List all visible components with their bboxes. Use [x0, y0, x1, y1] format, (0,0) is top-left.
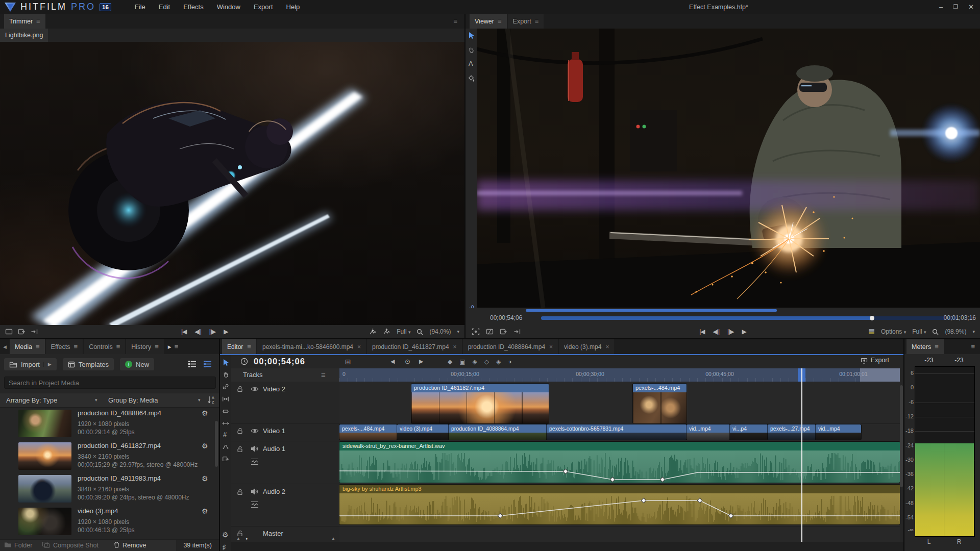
trimmer-viewport[interactable]: [0, 42, 464, 325]
options-dropdown[interactable]: Options ▾: [881, 328, 906, 335]
media-scrollbar[interactable]: [215, 421, 218, 467]
new-folder-button[interactable]: Folder: [14, 542, 32, 549]
tab-media[interactable]: Media≡: [10, 339, 45, 354]
fill-tool-icon[interactable]: [468, 74, 475, 82]
video-clip[interactable]: production ID_4088864.mp4: [449, 424, 547, 440]
rate-stretch-icon[interactable]: [222, 443, 229, 450]
tab-history[interactable]: History≡: [126, 339, 164, 354]
panel-menu-icon[interactable]: ≡: [498, 18, 502, 24]
list-view-icon[interactable]: [188, 360, 197, 368]
seek-bar[interactable]: [541, 316, 958, 320]
select-tool-icon[interactable]: [222, 359, 229, 366]
settings-gear-icon[interactable]: ⚙: [222, 531, 229, 538]
import-button[interactable]: Import ▶: [4, 358, 57, 370]
keyframe-tool-icon[interactable]: ◈: [473, 358, 477, 365]
insert-to-timeline-icon[interactable]: [31, 328, 38, 335]
close-tab-icon[interactable]: ×: [549, 343, 553, 350]
set-out-point-icon[interactable]: [383, 328, 390, 335]
zoom-dropdown-icon[interactable]: ▾: [972, 329, 975, 334]
visibility-eye-icon[interactable]: [251, 386, 259, 392]
tab-effects[interactable]: Effects≡: [46, 339, 83, 354]
video-clip[interactable]: pexels-...484.mp4: [339, 424, 397, 440]
video-clip[interactable]: pexels-cottonbro-5657831.mp4: [547, 424, 687, 440]
lock-icon[interactable]: [237, 386, 243, 392]
envelope-toggle-icon[interactable]: [251, 458, 259, 465]
video-clip[interactable]: vi...p4: [730, 424, 768, 440]
text-tool-icon[interactable]: A: [469, 60, 473, 67]
set-in-point-icon[interactable]: [369, 328, 377, 335]
envelope-keyframe[interactable]: [498, 513, 503, 518]
editor-tab[interactable]: production ID_4611827.mp4×: [367, 339, 462, 354]
media-list-item[interactable]: production ID_4911983.mp43840 × 2160 pix…: [0, 473, 219, 505]
video-clip[interactable]: vid...mp4: [687, 424, 730, 440]
media-list-item[interactable]: video (3).mp41920 × 1080 pixels00:00:46:…: [0, 506, 219, 537]
envelope-toggle-icon[interactable]: [251, 501, 259, 508]
panel-menu-icon[interactable]: ≡: [36, 343, 40, 350]
composite-shot-button[interactable]: Composite Shot: [53, 542, 99, 549]
export-button[interactable]: Export: [861, 357, 889, 364]
timeline[interactable]: 000;00;15;0000;00;30;0000;00;45;0000;01;…: [339, 368, 900, 542]
video-clip[interactable]: pexels-...484.mp4: [633, 384, 687, 423]
video-clip[interactable]: vid...mp4: [816, 424, 861, 440]
timeline-scrollbar[interactable]: [900, 385, 903, 487]
envelope-keyframe[interactable]: [660, 477, 665, 482]
import-more-icon[interactable]: ▶: [43, 362, 52, 367]
menu-export[interactable]: Export: [254, 3, 273, 11]
video1-track-row[interactable]: pexels-...484.mp4video (3).mp4production…: [339, 424, 900, 440]
audio2-clip[interactable]: big-sky by shuhandz Artlist.mp3: [339, 485, 900, 524]
tab-trimmer[interactable]: Trimmer ≡: [4, 14, 45, 29]
tab-controls[interactable]: Controls≡: [84, 339, 125, 354]
keyframe-tool-icon[interactable]: ◇: [484, 358, 489, 365]
close-tab-icon[interactable]: ×: [453, 343, 457, 350]
mask-view-icon[interactable]: [486, 328, 494, 335]
media-item-gear-icon[interactable]: ⚙: [202, 409, 208, 417]
search-input[interactable]: [4, 377, 216, 389]
templates-button[interactable]: Templates: [63, 358, 114, 370]
hand-tool-icon[interactable]: [468, 46, 475, 54]
new-button[interactable]: + New: [120, 358, 154, 370]
group-by-chevron-icon[interactable]: ▾: [198, 397, 201, 403]
panel-menu-icon[interactable]: ≡: [971, 343, 975, 350]
arrange-by-chevron-icon[interactable]: ▾: [95, 397, 97, 403]
record-keyframe-icon[interactable]: ⊙: [405, 358, 410, 365]
keyframe-tool-icon[interactable]: ◑: [508, 358, 511, 365]
slide-tool-icon[interactable]: [222, 420, 229, 427]
panel-menu-icon[interactable]: ≡: [453, 18, 457, 24]
tab-lightbike-clip[interactable]: Lightbike.png: [0, 29, 48, 42]
media-list-item[interactable]: production ID_4611827.mp43840 × 2160 pix…: [0, 440, 219, 472]
keyframe-tool-icon[interactable]: ▣: [459, 358, 465, 365]
lock-icon[interactable]: [237, 446, 243, 453]
zoom-dropdown-icon[interactable]: ▾: [457, 329, 459, 334]
tab-meters[interactable]: Meters ≡: [906, 339, 944, 354]
video-clip[interactable]: video (3).mp4: [397, 424, 449, 440]
fit-mode-dropdown[interactable]: Full ▾: [912, 328, 926, 335]
track-header-audio2[interactable]: Audio 2: [231, 484, 339, 527]
channel-view-icon[interactable]: [868, 328, 875, 335]
lock-icon[interactable]: [237, 489, 243, 495]
envelope-keyframe[interactable]: [641, 498, 646, 503]
track-options-icon[interactable]: ♯: [223, 544, 226, 550]
collapse-tracks-icon[interactable]: ▲: [236, 537, 240, 541]
speaker-icon[interactable]: [251, 488, 258, 495]
editor-tab[interactable]: Editor≡: [222, 339, 256, 354]
next-keyframe-icon[interactable]: ▶: [419, 359, 423, 364]
viewer-viewport[interactable]: [477, 29, 980, 308]
frame-back-button[interactable]: ◀||: [713, 328, 719, 335]
panel-menu-icon[interactable]: ≡: [175, 343, 179, 350]
minimize-button[interactable]: –: [939, 3, 943, 11]
group-by-dropdown[interactable]: Group By: Media: [108, 396, 158, 404]
audio1-envelope[interactable]: [339, 442, 900, 483]
select-tool-icon[interactable]: [468, 32, 475, 39]
close-tab-icon[interactable]: ×: [605, 343, 609, 350]
keyframe-tool-icon[interactable]: ◆: [448, 358, 452, 365]
scroll-tabs-right-icon[interactable]: ▶: [168, 344, 172, 349]
frame-forward-button[interactable]: ||▶: [209, 328, 215, 335]
panel-menu-icon[interactable]: ≡: [535, 18, 539, 24]
playhead-line[interactable]: [801, 368, 802, 542]
scroll-tabs-left-icon[interactable]: ◀: [3, 344, 7, 349]
menu-edit[interactable]: Edit: [159, 3, 170, 11]
zoom-tracks-icon[interactable]: ▲: [331, 537, 335, 541]
lock-icon[interactable]: [237, 428, 243, 434]
timeline-timecode[interactable]: 00;00;54;06: [254, 357, 305, 366]
panel-menu-icon[interactable]: ≡: [116, 343, 120, 350]
